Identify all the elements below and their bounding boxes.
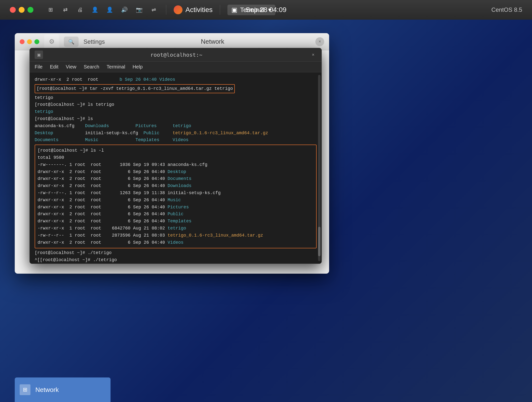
terminal-body: drwxr-xr-x 2 root root b Sep 26 04:40 Vi… bbox=[30, 72, 322, 264]
menu-edit[interactable]: Edit bbox=[50, 64, 58, 70]
taskbar-network-label[interactable]: Network bbox=[35, 386, 59, 394]
toolbar-icon-1: ⊞ bbox=[46, 5, 56, 15]
ls-l-total: total 9500 bbox=[38, 154, 314, 161]
ls-l-l8: drwxr-xr-x 2 root root 6 Sep 26 04:40 Pu… bbox=[38, 211, 314, 218]
terminal-icon: ▣ bbox=[231, 6, 238, 14]
activities-icon bbox=[174, 5, 182, 14]
toolbar-icon-5: 👤 bbox=[105, 5, 114, 15]
terminal-line-tetrigo-cyan: tetrigo bbox=[35, 108, 317, 115]
settings-search-icon[interactable]: 🔍 bbox=[64, 37, 79, 47]
ls-l-l12: drwxr-xr-x 2 root root 6 Sep 26 04:40 Vi… bbox=[38, 239, 314, 246]
mac-topbar: ⊞ ⇄ 🖨 👤 👤 🔊 📷 ⇌ Activities ▣ Terminal ▾ … bbox=[0, 0, 532, 20]
toolbar-icon-6: 🔊 bbox=[119, 5, 129, 15]
settings-tools-icon: ⚙ bbox=[44, 34, 59, 49]
ls-l-l11: -rw-r--r-- 1 root root 2873596 Aug 21 08… bbox=[38, 232, 314, 239]
terminal-title: root@localhost:~ bbox=[43, 52, 310, 58]
menu-help[interactable]: Help bbox=[133, 64, 143, 70]
terminal-close-btn[interactable]: × bbox=[310, 51, 317, 58]
activities-button[interactable]: Activities bbox=[174, 5, 212, 14]
settings-title-area: ⚙ 🔍 Settings Network bbox=[44, 34, 315, 49]
scrollbar[interactable] bbox=[318, 75, 321, 261]
ls-l-l4: drwxr-xr-x 2 root root 6 Sep 26 04:40 Do… bbox=[38, 182, 314, 189]
menu-search[interactable]: Search bbox=[84, 64, 99, 70]
topbar-datetime: Sep 28 04:09 bbox=[246, 6, 287, 14]
activities-label: Activities bbox=[185, 6, 212, 14]
terminal-line-tetrigo-out: tetrigo bbox=[35, 94, 317, 101]
run2-ctrl: ^[[root@localhost ~]# ./tetrigo bbox=[35, 256, 317, 264]
ls-l-prompt: [root@localhost ~]# ls -l bbox=[38, 147, 314, 154]
menu-file[interactable]: File bbox=[35, 64, 42, 70]
traffic-lights bbox=[10, 7, 33, 13]
terminal-line-scrolled: drwxr-xr-x 2 root root b Sep 26 04:40 Vi… bbox=[35, 76, 317, 83]
settings-traffic-lights bbox=[20, 39, 39, 44]
ls-l-box: [root@localhost ~]# ls -l total 9500 -rw… bbox=[35, 145, 317, 248]
settings-label: Settings bbox=[84, 38, 105, 45]
ls-l-l3: drwxr-xr-x 2 root root 6 Sep 26 04:40 Do… bbox=[38, 175, 314, 182]
taskbar-network-icon: ⊞ bbox=[20, 384, 30, 395]
menu-view[interactable]: View bbox=[66, 64, 76, 70]
terminal-window: ▣ root@localhost:~ × File Edit View Sear… bbox=[29, 48, 322, 264]
maximize-button[interactable] bbox=[28, 7, 33, 13]
taskbar: ⊞ Network bbox=[15, 377, 111, 402]
topbar-left: ⊞ ⇄ 🖨 👤 👤 🔊 📷 ⇌ Activities ▣ Terminal ▾ bbox=[10, 5, 275, 15]
tar-command-box: [root@localhost ~]# tar -zxvf tetrigo_0.… bbox=[35, 84, 235, 93]
toolbar-icon-2: ⇄ bbox=[60, 5, 70, 15]
settings-network-label: Network bbox=[110, 38, 315, 45]
settings-minimize-btn[interactable] bbox=[27, 39, 32, 44]
terminal-titlebar: ▣ root@localhost:~ × bbox=[30, 48, 322, 62]
ls-l-l2: drwxr-xr-x 2 root root 6 Sep 26 04:40 De… bbox=[38, 168, 314, 175]
terminal-line-tar: [root@localhost ~]# tar -zxvf tetrigo_0.… bbox=[35, 84, 317, 93]
close-button[interactable] bbox=[10, 7, 16, 13]
toolbar-icon-4: 👤 bbox=[90, 5, 100, 15]
topbar-right: CentOS 8.5 bbox=[491, 6, 522, 13]
os-label: CentOS 8.5 bbox=[491, 6, 522, 13]
terminal-line-ls1: anaconda-ks.cfg Downloads Pictures tetri… bbox=[35, 122, 317, 130]
terminal-line-ls-prompt: [root@localhost ~]# ls bbox=[35, 115, 317, 122]
settings-maximize-btn[interactable] bbox=[34, 39, 39, 44]
settings-close-x[interactable]: × bbox=[315, 37, 324, 46]
menu-terminal[interactable]: Terminal bbox=[107, 64, 125, 70]
ls-l-l10: -rwxr-xr-x 1 root root 6842760 Aug 21 08… bbox=[38, 225, 314, 232]
ls-l-l5: -rw-r--r--. 1 root root 1263 Sep 19 11:3… bbox=[38, 189, 314, 197]
scrollbar-thumb bbox=[318, 227, 321, 256]
ls-l-l1: -rw-------. 1 root root 1036 Sep 19 09:4… bbox=[38, 161, 314, 168]
terminal-menubar: File Edit View Search Terminal Help bbox=[30, 62, 322, 72]
ls-l-l7: drwxr-xr-x 2 root root 6 Sep 26 04:40 Pi… bbox=[38, 204, 314, 211]
ls-l-l9: drwxr-xr-x 2 root root 6 Sep 26 04:40 Te… bbox=[38, 218, 314, 225]
toolbar-icon-7: 📷 bbox=[134, 5, 144, 15]
terminal-line-ls-tet-prompt: [root@localhost ~]# ls tetrigo bbox=[35, 101, 317, 108]
toolbar-icon-3: 🖨 bbox=[75, 5, 85, 15]
terminal-line-ls3: Documents Music Templates Videos bbox=[35, 136, 317, 144]
ls-l-l6: drwxr-xr-x 2 root root 6 Sep 26 04:40 Mu… bbox=[38, 197, 314, 204]
run1-prompt: [root@localhost ~]# ./tetrigo bbox=[35, 249, 317, 256]
desktop: ⚙ 🔍 Settings Network × ▣ root@localhost:… bbox=[0, 20, 532, 402]
settings-close-btn[interactable] bbox=[20, 39, 25, 44]
toolbar-icon-8: ⇌ bbox=[149, 5, 159, 15]
minimize-button[interactable] bbox=[19, 7, 25, 13]
terminal-title-icon: ▣ bbox=[35, 51, 43, 59]
terminal-line-ls2: Desktop initial-setup-ks.cfg Public tetr… bbox=[35, 130, 317, 137]
